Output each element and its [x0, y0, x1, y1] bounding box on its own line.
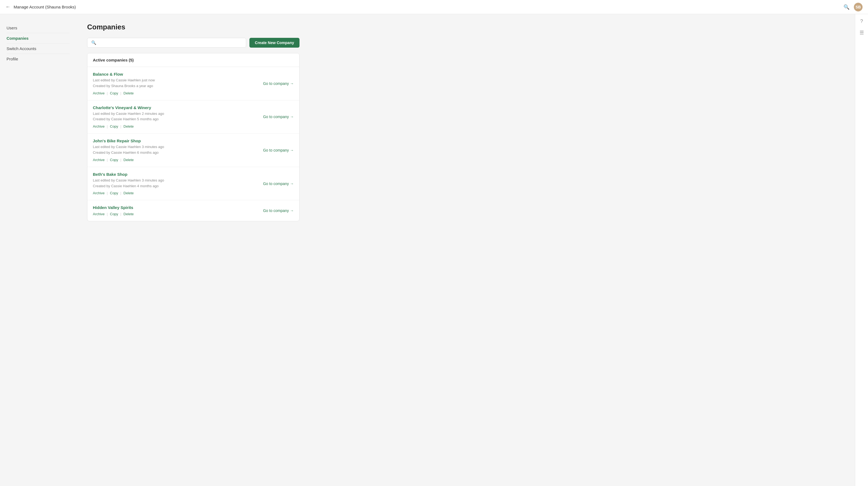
nav-item-profile[interactable]: Profile	[6, 54, 70, 64]
company-item: Hidden Valley Spirits Archive|Copy|Delet…	[87, 200, 299, 221]
main-layout: Users Companies Switch Accounts Profile …	[0, 14, 868, 486]
action-separator: |	[120, 158, 121, 162]
company-meta-line: Last edited by Cassie Haehlen just now	[93, 77, 263, 83]
company-right: Go to company →	[263, 81, 294, 86]
search-input[interactable]	[99, 40, 242, 45]
company-actions: Archive|Copy|Delete	[93, 191, 263, 195]
company-meta-line: Last edited by Cassie Haehlen 3 minutes …	[93, 178, 263, 184]
action-copy-button[interactable]: Copy	[110, 212, 118, 216]
go-to-company-button[interactable]: Go to company →	[263, 182, 294, 186]
left-nav: Users Companies Switch Accounts Profile	[0, 14, 76, 486]
action-separator: |	[107, 91, 107, 95]
action-copy-button[interactable]: Copy	[110, 191, 118, 195]
company-name[interactable]: John's Bike Repair Shop	[93, 138, 263, 143]
avatar[interactable]: SB	[854, 3, 863, 11]
company-right: Go to company →	[263, 148, 294, 153]
company-meta: Last edited by Cassie Haehlen 2 minutes …	[93, 111, 263, 123]
company-meta: Last edited by Cassie Haehlen 3 minutes …	[93, 144, 263, 156]
page-title: Manage Account (Shauna Brooks)	[13, 5, 76, 9]
company-left: Hidden Valley Spirits Archive|Copy|Delet…	[93, 205, 263, 216]
top-bar-left: ← Manage Account (Shauna Brooks)	[5, 4, 76, 10]
go-to-company-button[interactable]: Go to company →	[263, 82, 294, 86]
action-separator: |	[107, 158, 107, 162]
company-meta-line: Created by Cassie Haehlen 4 months ago	[93, 184, 263, 189]
company-item: Charlotte's Vineyard & Winery Last edite…	[87, 100, 299, 134]
layers-icon: ☰	[860, 30, 864, 35]
nav-item-users[interactable]: Users	[6, 23, 70, 33]
action-separator: |	[107, 124, 107, 128]
go-to-company-button[interactable]: Go to company →	[263, 208, 294, 213]
action-delete-button[interactable]: Delete	[124, 158, 134, 162]
go-to-company-button[interactable]: Go to company →	[263, 115, 294, 119]
action-copy-button[interactable]: Copy	[110, 158, 118, 162]
company-left: Beth's Bake Shop Last edited by Cassie H…	[93, 172, 263, 195]
section-title: Companies	[87, 23, 300, 31]
right-sidebar: ? ☰	[855, 14, 868, 486]
help-icon: ?	[860, 19, 863, 24]
top-bar-right: 🔍 SB	[843, 3, 863, 11]
help-icon-button[interactable]: ?	[860, 19, 863, 24]
company-item: Balance & Flow Last edited by Cassie Hae…	[87, 67, 299, 100]
company-name[interactable]: Balance & Flow	[93, 72, 263, 76]
action-separator: |	[120, 91, 121, 95]
company-actions: Archive|Copy|Delete	[93, 158, 263, 162]
companies-list: Balance & Flow Last edited by Cassie Hae…	[87, 67, 299, 221]
action-separator: |	[107, 191, 107, 195]
company-actions: Archive|Copy|Delete	[93, 124, 263, 128]
search-icon: 🔍	[843, 4, 849, 10]
layers-icon-button[interactable]: ☰	[860, 30, 864, 36]
action-delete-button[interactable]: Delete	[124, 91, 134, 95]
company-left: Charlotte's Vineyard & Winery Last edite…	[93, 105, 263, 129]
company-name[interactable]: Beth's Bake Shop	[93, 172, 263, 176]
action-archive-button[interactable]: Archive	[93, 158, 104, 162]
back-icon: ←	[5, 4, 10, 10]
action-separator: |	[120, 212, 121, 216]
company-right: Go to company →	[263, 181, 294, 186]
search-box-icon: 🔍	[91, 40, 96, 45]
action-archive-button[interactable]: Archive	[93, 91, 104, 95]
company-meta: Last edited by Cassie Haehlen just nowCr…	[93, 77, 263, 89]
action-delete-button[interactable]: Delete	[124, 124, 134, 128]
company-actions: Archive|Copy|Delete	[93, 212, 263, 216]
company-left: Balance & Flow Last edited by Cassie Hae…	[93, 72, 263, 95]
company-item: John's Bike Repair Shop Last edited by C…	[87, 134, 299, 167]
company-left: John's Bike Repair Shop Last edited by C…	[93, 138, 263, 162]
company-right: Go to company →	[263, 114, 294, 119]
action-delete-button[interactable]: Delete	[124, 212, 134, 216]
nav-item-companies[interactable]: Companies	[6, 33, 70, 43]
action-archive-button[interactable]: Archive	[93, 191, 104, 195]
company-meta-line: Created by Shauna Brooks a year ago	[93, 83, 263, 89]
company-item: Beth's Bake Shop Last edited by Cassie H…	[87, 167, 299, 200]
action-archive-button[interactable]: Archive	[93, 212, 104, 216]
company-meta-line: Created by Cassie Haehlen 6 months ago	[93, 150, 263, 156]
nav-item-switch-accounts[interactable]: Switch Accounts	[6, 43, 70, 54]
action-separator: |	[107, 212, 107, 216]
action-copy-button[interactable]: Copy	[110, 124, 118, 128]
company-name[interactable]: Charlotte's Vineyard & Winery	[93, 105, 263, 110]
top-bar: ← Manage Account (Shauna Brooks) 🔍 SB	[0, 0, 868, 14]
search-create-row: 🔍 Create New Company	[87, 38, 300, 47]
company-right: Go to company →	[263, 208, 294, 213]
content-area: Companies 🔍 Create New Company Active co…	[76, 14, 310, 486]
create-new-company-button[interactable]: Create New Company	[249, 38, 300, 47]
action-archive-button[interactable]: Archive	[93, 124, 104, 128]
action-copy-button[interactable]: Copy	[110, 91, 118, 95]
company-meta: Last edited by Cassie Haehlen 3 minutes …	[93, 178, 263, 189]
companies-card: Active companies (5) Balance & Flow Last…	[87, 53, 300, 221]
search-button[interactable]: 🔍	[843, 4, 849, 10]
back-button[interactable]: ←	[5, 4, 10, 10]
company-meta-line: Last edited by Cassie Haehlen 3 minutes …	[93, 144, 263, 150]
search-box: 🔍	[87, 38, 246, 47]
go-to-company-button[interactable]: Go to company →	[263, 148, 294, 152]
company-actions: Archive|Copy|Delete	[93, 91, 263, 95]
company-meta-line: Created by Cassie Haehlen 5 months ago	[93, 117, 263, 122]
action-separator: |	[120, 191, 121, 195]
company-name[interactable]: Hidden Valley Spirits	[93, 205, 263, 210]
company-meta-line: Last edited by Cassie Haehlen 2 minutes …	[93, 111, 263, 117]
action-separator: |	[120, 124, 121, 128]
companies-header: Active companies (5)	[87, 53, 299, 67]
action-delete-button[interactable]: Delete	[124, 191, 134, 195]
